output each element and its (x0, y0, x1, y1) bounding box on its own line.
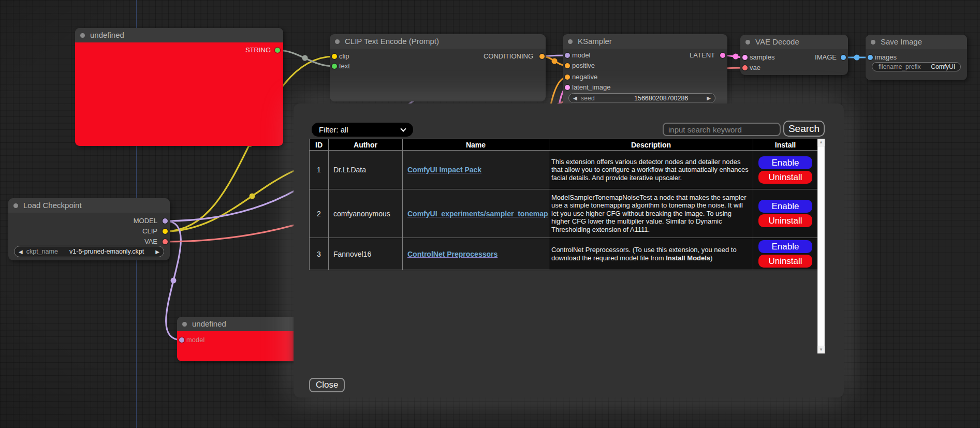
extension-link[interactable]: ComfyUI_experiments/sampler_tonemap (407, 210, 548, 218)
node-collapse-dot-icon[interactable] (13, 203, 18, 208)
node-collapse-dot-icon[interactable] (80, 33, 85, 38)
port-positive-input[interactable] (565, 63, 570, 68)
seed-widget[interactable]: ◀ seed 156680208700286 ▶ (568, 93, 715, 103)
node-title-bar[interactable]: undefined (177, 317, 299, 331)
node-title-text: Load Checkpoint (23, 201, 82, 210)
port-images-input[interactable] (868, 55, 873, 60)
port-image-output[interactable] (841, 55, 846, 60)
port-clip-output[interactable] (163, 229, 168, 234)
port-latent-image-input[interactable] (565, 85, 570, 90)
port-model-input[interactable] (565, 53, 570, 58)
cell-author: Fannovel16 (329, 238, 403, 270)
node-undefined-string[interactable]: undefined STRING (75, 28, 283, 146)
node-clip-text-encode[interactable]: CLIP Text Encode (Prompt) clip text COND… (330, 34, 546, 101)
table-header-row: ID Author Name Description Install (310, 139, 818, 151)
port-latent-output[interactable] (720, 53, 725, 58)
uninstall-button[interactable]: Uninstall (758, 255, 812, 268)
uninstall-button[interactable]: Uninstall (758, 214, 812, 227)
extension-link[interactable]: ControlNet Preprocessors (407, 250, 498, 258)
filename-prefix-widget[interactable]: filename_prefix ComfyUI (872, 62, 961, 71)
prev-arrow-icon[interactable]: ◀ (19, 249, 23, 255)
filter-select-wrap: Filter: all (312, 123, 413, 137)
table-row: 1 Dr.Lt.Data ComfyUI Impact Pack This ex… (310, 151, 818, 189)
node-title-text: undefined (90, 31, 124, 39)
increment-arrow-icon[interactable]: ▶ (707, 95, 711, 101)
node-title-bar[interactable]: Save Image (866, 35, 967, 49)
cell-id: 1 (310, 151, 329, 189)
cell-id: 2 (310, 189, 329, 238)
enable-button[interactable]: Enable (758, 200, 812, 213)
ckpt-name-label: ckpt_name (26, 248, 58, 255)
enable-button[interactable]: Enable (758, 240, 812, 253)
extension-table-container: ID Author Name Description Install 1 Dr.… (309, 139, 825, 353)
comfyui-canvas[interactable]: undefined STRING CLIP Text Encode (Promp… (0, 0, 980, 428)
table-row: 3 Fannovel16 ControlNet Preprocessors Co… (310, 238, 818, 270)
input-label-vae: vae (750, 64, 760, 72)
uninstall-button[interactable]: Uninstall (758, 171, 812, 184)
output-label-vae: VAE (144, 238, 157, 246)
scroll-up-icon[interactable]: ▲ (817, 139, 825, 146)
input-label-text: text (339, 62, 350, 70)
node-collapse-dot-icon[interactable] (745, 40, 750, 45)
node-title-text: KSampler (578, 37, 612, 46)
output-label-latent: LATENT (690, 51, 715, 60)
close-button[interactable]: Close (309, 378, 345, 392)
table-row: 2 comfyanonymous ComfyUI_experiments/sam… (310, 189, 818, 238)
node-load-checkpoint[interactable]: Load Checkpoint MODEL CLIP VAE ◀ ckpt_na… (8, 198, 170, 260)
node-title-text: CLIP Text Encode (Prompt) (345, 37, 439, 46)
node-title-text: VAE Decode (755, 37, 799, 46)
decrement-arrow-icon[interactable]: ◀ (573, 95, 577, 101)
node-collapse-dot-icon[interactable] (568, 39, 573, 44)
cell-description: This extension offers various detector n… (549, 151, 753, 189)
node-vae-decode[interactable]: VAE Decode samples vae IMAGE (740, 35, 848, 75)
filename-prefix-label: filename_prefix (879, 63, 920, 70)
node-title-bar[interactable]: undefined (75, 28, 283, 42)
input-label-images: images (875, 53, 897, 62)
wire-dot-conditioning (552, 58, 558, 64)
port-model-input[interactable] (179, 337, 184, 343)
table-scrollbar[interactable]: ▲ ▼ (817, 139, 825, 353)
node-title-bar[interactable]: KSampler (563, 34, 727, 49)
port-clip-input[interactable] (332, 54, 337, 59)
filter-select[interactable]: Filter: all (312, 123, 413, 137)
port-samples-input[interactable] (742, 55, 748, 60)
node-collapse-dot-icon[interactable] (335, 39, 340, 44)
cell-description: ModelSamplerTonemapNoiseTest a node that… (549, 189, 753, 238)
port-vae-input[interactable] (742, 65, 748, 70)
output-label-image: IMAGE (815, 53, 837, 62)
extension-table: ID Author Name Description Install 1 Dr.… (309, 139, 818, 270)
node-save-image[interactable]: Save Image images filename_prefix ComfyU… (866, 35, 967, 80)
port-conditioning-output[interactable] (539, 54, 545, 59)
seed-widget-label: seed (581, 95, 595, 102)
node-body-error: STRING (75, 42, 283, 146)
port-vae-output[interactable] (163, 239, 168, 244)
input-label-negative: negative (572, 73, 597, 81)
input-label-clip: clip (339, 52, 349, 61)
wire-dot-clip-hidden (250, 194, 255, 199)
ckpt-name-widget[interactable]: ◀ ckpt_name v1-5-pruned-emaonly.ckpt ▶ (14, 246, 164, 257)
node-undefined-model[interactable]: undefined model (177, 317, 299, 361)
extension-link[interactable]: ComfyUI Impact Pack (407, 166, 481, 174)
search-button[interactable]: Search (783, 121, 825, 137)
scrollbar-thumb[interactable] (817, 146, 825, 346)
input-label-model: model (572, 51, 590, 60)
node-ksampler[interactable]: KSampler model positive negative latent_… (563, 34, 727, 107)
port-model-output[interactable] (163, 218, 168, 224)
node-title-bar[interactable]: Load Checkpoint (8, 198, 170, 213)
cell-install: Enable Uninstall (753, 189, 818, 238)
col-header-install: Install (753, 139, 818, 151)
enable-button[interactable]: Enable (758, 156, 812, 169)
node-collapse-dot-icon[interactable] (182, 322, 187, 327)
port-text-input[interactable] (332, 64, 337, 69)
node-collapse-dot-icon[interactable] (871, 40, 875, 45)
node-title-bar[interactable]: VAE Decode (740, 35, 848, 49)
node-title-text: undefined (192, 319, 226, 328)
search-input[interactable] (663, 123, 781, 136)
scroll-down-icon[interactable]: ▼ (817, 346, 825, 353)
wire-dot-image (854, 55, 860, 61)
next-arrow-icon[interactable]: ▶ (155, 249, 159, 255)
port-negative-input[interactable] (565, 75, 570, 80)
port-string-output[interactable] (275, 48, 280, 53)
node-title-bar[interactable]: CLIP Text Encode (Prompt) (330, 34, 546, 49)
cell-id: 3 (310, 238, 329, 270)
